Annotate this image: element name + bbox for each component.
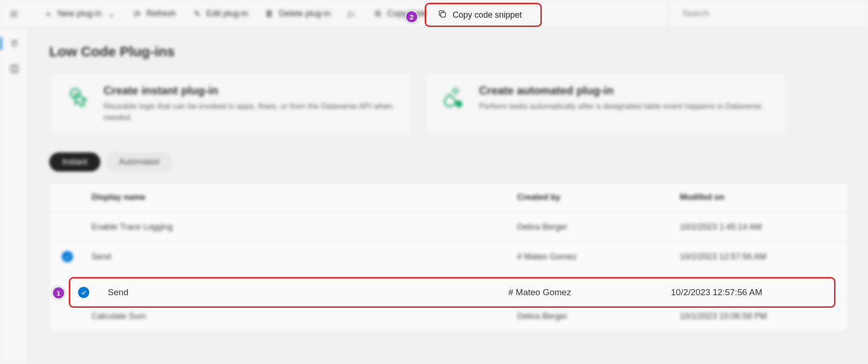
main-content: Low Code Plug-ins Create instant plug-in… <box>29 28 868 364</box>
play-icon: ▷ <box>347 9 356 19</box>
table-row[interactable]: Send # Mateo Gomez 10/2/2023 12:57:56 AM <box>50 242 847 271</box>
table-row[interactable]: Enable Trace Logging Debra Berger 10/2/2… <box>50 212 847 242</box>
card-instant-plugin[interactable]: Create instant plug-in Reusable logic th… <box>49 72 412 136</box>
touch-icon <box>64 84 92 112</box>
search-placeholder: Search <box>683 9 709 19</box>
copy-icon: ⧉ <box>373 9 382 19</box>
card-automated-plugin[interactable]: Create automated plug-in Perform tasks a… <box>425 72 787 136</box>
card-automated-desc: Perform tasks automatically after a desi… <box>479 101 763 112</box>
callout-2: 2 <box>405 10 418 23</box>
cell-modified-on: 10/2/2023 12:57:56 AM <box>680 252 842 262</box>
cell-created-by: Debra Berger <box>517 311 680 321</box>
menu-icon[interactable] <box>5 5 23 23</box>
page-title: Low Code Plug-ins <box>49 44 848 60</box>
highlight-selected-row <box>69 277 835 308</box>
left-rail <box>0 28 29 364</box>
delete-plugin-label: Delete plug-in <box>279 9 330 19</box>
table-header: Display name Created by Modifed on <box>50 183 847 212</box>
plugin-table: Display name Created by Modifed on Enabl… <box>49 183 848 331</box>
rail-library-icon[interactable] <box>5 60 24 78</box>
tabs: Instant Automated <box>49 152 848 172</box>
refresh-button[interactable]: ⟳ Refresh <box>125 5 183 22</box>
col-display-name[interactable]: Display name <box>92 192 517 202</box>
cell-modified-on: 10/1/2023 10:06:58 PM <box>680 311 842 321</box>
pencil-icon: ✎ <box>192 9 202 19</box>
new-plugin-label: New plug-in <box>58 9 102 19</box>
plus-icon: ＋ <box>44 9 53 19</box>
trash-icon: 🗑 <box>265 9 274 19</box>
refresh-label: Refresh <box>146 9 176 19</box>
tab-automated[interactable]: Automated <box>106 152 172 172</box>
cell-name: Send <box>92 252 517 262</box>
delete-plugin-button[interactable]: 🗑 Delete plug-in <box>257 5 338 22</box>
card-instant-desc: Reusable logic that can be invoked in ap… <box>104 101 397 123</box>
rail-plugins-icon[interactable] <box>5 34 24 53</box>
card-automated-title: Create automated plug-in <box>479 84 763 97</box>
cell-name: Enable Trace Logging <box>92 222 517 232</box>
search-input[interactable]: Search <box>668 0 863 28</box>
tab-instant[interactable]: Instant <box>49 152 100 172</box>
row-selected-icon[interactable] <box>62 251 73 262</box>
highlight-copy-snippet <box>425 3 542 27</box>
new-plugin-button[interactable]: ＋ New plug-in ⌄ <box>36 5 123 22</box>
callout-1: 1 <box>52 286 65 299</box>
cell-name: Calculate Sum <box>92 311 517 321</box>
edit-plugin-button[interactable]: ✎ Edit plug-in <box>185 5 256 22</box>
plug-icon <box>439 84 467 112</box>
refresh-icon: ⟳ <box>132 9 142 19</box>
card-instant-title: Create instant plug-in <box>104 84 397 97</box>
cell-created-by: Debra Berger <box>517 222 680 232</box>
col-created-by[interactable]: Created by <box>517 192 680 202</box>
cell-created-by: # Mateo Gomez <box>517 252 680 262</box>
edit-plugin-label: Edit plug-in <box>206 9 248 19</box>
cell-modified-on: 10/2/2023 1:45:14 AM <box>680 222 842 232</box>
chevron-down-icon: ⌄ <box>106 9 116 19</box>
svg-point-6 <box>455 100 462 107</box>
col-modified-on[interactable]: Modifed on <box>680 192 842 202</box>
play-button[interactable]: ▷ <box>340 6 364 22</box>
